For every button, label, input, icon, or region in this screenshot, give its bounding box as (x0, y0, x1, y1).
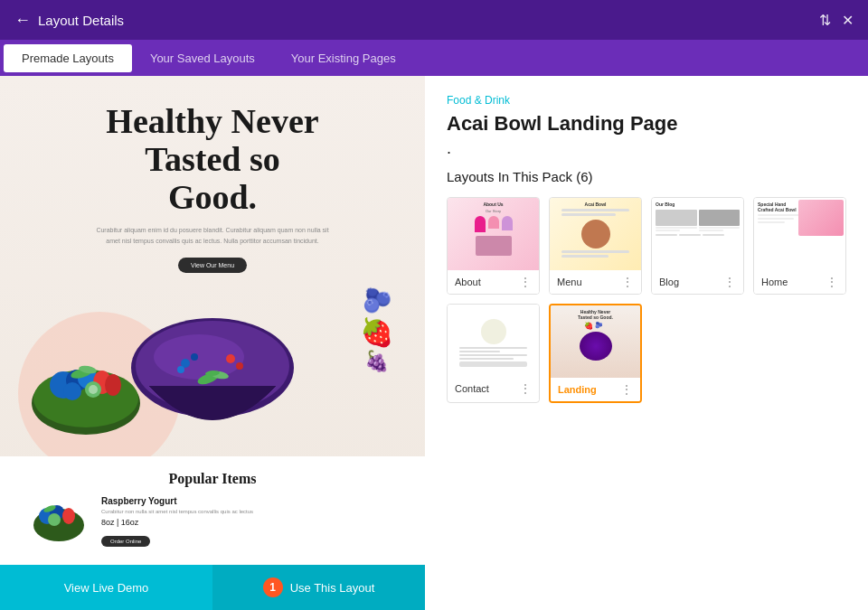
layout-card-footer-home: Home ⋮ (754, 270, 845, 294)
layout-card-home[interactable]: Special HandCrafted Acai Bowl Home ⋮ (753, 197, 846, 295)
layout-thumb-blog: Our Blog (652, 198, 743, 270)
layout-card-footer-landing: Landing ⋮ (551, 378, 640, 401)
layout-card-name-landing: Landing (558, 384, 597, 395)
layout-card-name-contact: Contact (455, 383, 489, 394)
layout-card-footer-contact: Contact ⋮ (448, 377, 539, 400)
layout-card-contact[interactable]: Contact ⋮ (447, 304, 540, 403)
order-btn: Order Online (101, 536, 150, 547)
modal-header: ← Layout Details ⇅ ✕ (0, 0, 868, 40)
preview-body-text: Curabitur aliquam enim id du posuere bla… (95, 225, 330, 245)
popular-item-desc: Curabitur non nulla sit amet nisl tempus… (101, 508, 398, 516)
layout-menu-blog[interactable]: ⋮ (723, 276, 736, 288)
layout-card-name-menu: Menu (557, 277, 582, 287)
modal-title: Layout Details (38, 13, 124, 28)
svg-point-7 (191, 353, 198, 361)
popular-title: Popular Items (27, 471, 398, 487)
layout-card-about[interactable]: About Us Our Story About ⋮ (447, 197, 540, 295)
layout-card-footer-about: About ⋮ (448, 270, 539, 294)
layout-thumb-landing: Healthy NeverTasted so Good. 🍓 🫐 (551, 305, 640, 378)
tab-saved-layouts[interactable]: Your Saved Layouts (132, 44, 273, 72)
preview-headline: Healthy NeverTasted soGood. (36, 103, 389, 216)
layout-menu-about[interactable]: ⋮ (519, 276, 532, 288)
svg-point-16 (63, 382, 81, 400)
pack-category: Food & Drink (447, 94, 846, 107)
svg-point-9 (226, 354, 235, 363)
svg-point-27 (48, 513, 61, 526)
layout-menu-menu[interactable]: ⋮ (621, 276, 634, 288)
popular-item-name: Raspberry Yogurt (101, 496, 398, 506)
layout-thumb-about: About Us Our Story (448, 198, 539, 270)
layouts-label: Layouts In This Pack (6) (447, 169, 846, 184)
popular-item-info: Raspberry Yogurt Curabitur non nulla sit… (101, 496, 398, 547)
popular-item-size: 8oz | 16oz (101, 518, 398, 527)
layout-card-name-about: About (455, 277, 481, 287)
view-demo-button[interactable]: View Live Demo (0, 565, 212, 610)
header-left: ← Layout Details (14, 11, 124, 30)
preview-cta-button: View Our Menu (178, 258, 247, 273)
popular-item: Raspberry Yogurt Curabitur non nulla sit… (27, 496, 398, 550)
bowl-container: 🫐 🍓 🍇 (0, 286, 425, 456)
strawberry-icon: 🍓 (360, 316, 393, 348)
layout-preview: Healthy NeverTasted soGood. Curabitur al… (0, 76, 425, 565)
preview-hero: Healthy NeverTasted soGood. Curabitur al… (0, 76, 425, 286)
blackberry-icon: 🍇 (364, 350, 389, 373)
close-icon[interactable]: ✕ (842, 12, 854, 29)
pack-name: Acai Bowl Landing Page (447, 112, 846, 136)
adjust-icon[interactable]: ⇅ (819, 12, 831, 29)
popular-items-section: Popular Items Raspberry Yogurt C (0, 456, 425, 565)
layout-actions: View Live Demo 1 Use This Layout (0, 565, 425, 610)
layout-card-blog[interactable]: Our Blog (651, 197, 744, 295)
layout-card-name-home: Home (761, 277, 788, 287)
right-panel: Food & Drink Acai Bowl Landing Page . La… (425, 76, 868, 610)
layout-menu-contact[interactable]: ⋮ (519, 382, 532, 395)
svg-point-8 (177, 366, 184, 373)
layout-thumb-home: Special HandCrafted Acai Bowl (754, 198, 845, 270)
back-button[interactable]: ← (14, 11, 31, 30)
tab-existing-pages[interactable]: Your Existing Pages (273, 44, 414, 72)
layout-thumb-menu: Acai Bowl (550, 198, 641, 270)
acai-bowl-image (122, 305, 303, 456)
badge: 1 (263, 577, 283, 597)
layout-card-name-blog: Blog (659, 277, 679, 287)
pack-dot: . (447, 139, 846, 158)
fruit-bowl-image (23, 335, 149, 456)
svg-point-10 (236, 362, 243, 370)
layout-thumb-contact (448, 305, 539, 377)
layout-menu-landing[interactable]: ⋮ (620, 383, 633, 396)
header-icons: ⇅ ✕ (819, 12, 854, 29)
svg-point-20 (89, 385, 98, 394)
layout-card-landing[interactable]: Healthy NeverTasted so Good. 🍓 🫐 Landing… (549, 304, 642, 403)
layout-card-footer-blog: Blog ⋮ (652, 270, 743, 294)
popular-item-image (27, 496, 90, 550)
modal-body: Healthy NeverTasted soGood. Curabitur al… (0, 76, 868, 610)
use-layout-button[interactable]: 1 Use This Layout (212, 565, 425, 610)
layout-card-menu[interactable]: Acai Bowl (549, 197, 642, 295)
layout-menu-home[interactable]: ⋮ (826, 276, 838, 288)
left-panel: Healthy NeverTasted soGood. Curabitur al… (0, 76, 425, 610)
tab-premade-layouts[interactable]: Premade Layouts (4, 44, 132, 72)
layout-card-footer-menu: Menu ⋮ (550, 270, 641, 294)
svg-point-18 (105, 374, 121, 396)
tabs-bar: Premade Layouts Your Saved Layouts Your … (0, 40, 868, 76)
blueberry-icon: 🫐 (363, 286, 392, 314)
svg-point-26 (62, 508, 75, 524)
layouts-grid: About Us Our Story About ⋮ (447, 197, 846, 403)
use-layout-label: Use This Layout (290, 581, 375, 595)
